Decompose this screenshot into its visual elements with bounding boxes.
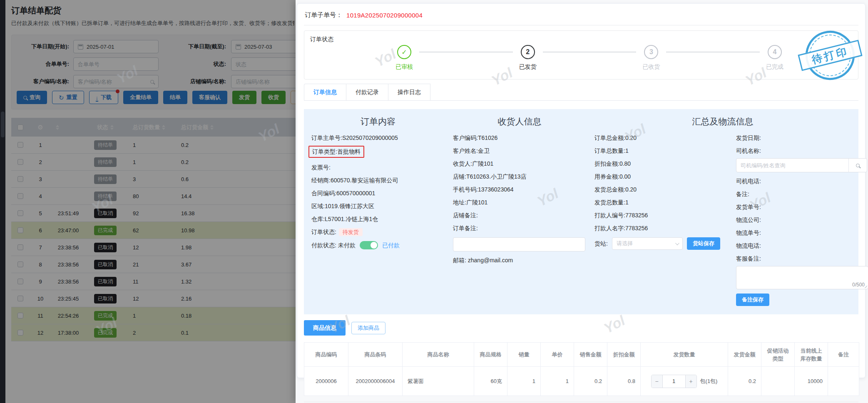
product-col-header: 备注 (828, 343, 859, 367)
order-content-column: 订单内容 订单主单号:S2025070209000005 订单类型:首批物料 发… (311, 116, 445, 306)
step-4: 4已完成 (760, 45, 790, 71)
product-col-header: 促销活动类型 (761, 343, 795, 367)
main-order-no: 订单主单号:S2025070209000005 (311, 134, 445, 142)
step-connector (419, 52, 513, 52)
plus-button[interactable]: + (686, 375, 696, 388)
quantity-value[interactable]: 1 (662, 375, 686, 388)
driver-label: 司机名称: (736, 147, 865, 155)
receiver-title: 收货人信息 (453, 116, 586, 127)
logistics-sub-column: 发货日期: 司机名称: 司机电话:备注:发货单号:物流公司:物流单号:物流电话:… (736, 134, 865, 306)
field-line: 发票号: (311, 164, 445, 172)
field-line: 区域:1019.领锋江苏大区 (311, 202, 445, 210)
field-line: 用券金额:0.00 (594, 173, 724, 181)
step-label: 已发货 (519, 63, 537, 71)
minus-button[interactable]: − (652, 375, 662, 388)
summary-sub-column: 订单总金额:0.20订单总数量:1折扣金额:0.80用券金额:0.00发货总金额… (594, 134, 724, 306)
stamp-text: 待打印 (798, 40, 862, 71)
ship-date-line: 发货日期: (736, 134, 865, 142)
field-line: 客户姓名:金卫 (453, 147, 586, 155)
step-circle: 4 (768, 45, 782, 59)
step-label: 已审核 (395, 63, 413, 71)
unpaid-label: 未付款 (338, 241, 356, 249)
field-line: 订单备注: (453, 224, 586, 232)
modal-backdrop[interactable] (0, 0, 296, 403)
field-line: 折扣金额:0.80 (594, 160, 724, 168)
background-page: 订单结单配货 已付款及未付款（线下转账）已拆单订单，可进行结单生成合单单号，按路… (0, 0, 296, 403)
product-promo (761, 367, 795, 396)
field-line: 店铺备注: (453, 211, 586, 219)
order-status-line: 订单状态: 待发货 (311, 228, 445, 236)
freight-save-button[interactable]: 货站保存 (687, 237, 720, 250)
order-remark-input[interactable] (453, 237, 585, 251)
field-line: 发货总金额:0.20 (594, 186, 724, 194)
cs-remark-label: 客服备注: (736, 255, 865, 263)
product-table-header: 商品编码商品条码商品名称商品规格销量单价销售金额折扣金额发货数量发货金额促销活动… (304, 343, 859, 367)
step-label: 已收货 (642, 63, 660, 71)
field-line: 物流电话: (736, 242, 865, 250)
freight-row: 货站: 请选择 货站保存 (594, 237, 724, 250)
product-ship-amount: 0.2 (728, 367, 761, 396)
product-col-header: 销量 (507, 343, 541, 367)
chevron-down-icon (675, 241, 679, 245)
product-barcode: 2002000006004 (348, 367, 403, 396)
screen: 订单结单配货 已付款及未付款（线下转账）已拆单订单，可进行结单生成合单单号，按路… (0, 0, 868, 403)
field-line: 发货总数量:1 (594, 199, 724, 206)
summary-logistics-column: 汇总及物流信息 订单总金额:0.20订单总数量:1折扣金额:0.80用券金额:0… (594, 116, 851, 306)
product-table: 商品编码商品条码商品名称商品规格销量单价销售金额折扣金额发货数量发货金额促销活动… (304, 342, 859, 396)
product-ship-qty-cell: − 1 + 包(1包) (641, 367, 728, 396)
email-line: 邮箱: zhang@mail.com (453, 256, 586, 264)
order-info-panel: 订单内容 订单主单号:S2025070209000005 订单类型:首批物料 发… (304, 109, 858, 314)
step-label: 已完成 (766, 63, 783, 71)
step-circle: 2 (521, 45, 535, 59)
product-col-header: 商品条码 (348, 343, 403, 367)
receiver-lines: 客户编码:T61026客户姓名:金卫收货人:广陵101店铺:T610263.小卫… (453, 134, 586, 232)
product-col-header: 当前线上库存数量 (795, 343, 828, 367)
freight-placeholder: 请选择 (617, 240, 633, 247)
freight-label: 货站: (594, 240, 608, 248)
field-line: 订单总数量:1 (594, 147, 724, 155)
driver-search-button[interactable] (848, 159, 867, 172)
product-col-header: 发货金额 (728, 343, 761, 367)
order-status-badge: 待发货 (339, 228, 363, 236)
receiver-column: 收货人信息 客户编码:T61026客户姓名:金卫收货人:广陵101店铺:T610… (453, 116, 586, 306)
tab-operation-log[interactable]: 操作日志 (388, 84, 430, 100)
toggle-knob (371, 242, 377, 249)
driver-search-group (736, 158, 867, 172)
product-col-header: 商品编码 (304, 343, 348, 367)
order-detail-drawer: 订单子单号： 1019A2025070209000004 订单状态 ✓已审核2已… (296, 0, 868, 403)
quantity-stepper: − 1 + (651, 375, 697, 388)
char-counter: 0/500 (852, 282, 865, 288)
order-content-lines: 发票号:经销商:600570.黎安运输有限公司合同编码:600570000001… (311, 164, 445, 223)
product-code: 2000006 (304, 367, 348, 396)
tab-order-info[interactable]: 订单信息 (304, 84, 346, 100)
product-sale-amount: 0.2 (574, 367, 607, 396)
field-line: 打款人编号:7783256 (594, 211, 724, 219)
cs-remark-textarea[interactable]: 0/500 (736, 266, 868, 289)
product-spec: 60克 (474, 367, 507, 396)
field-line: 店铺:T610263.小卫广陵13店 (453, 173, 586, 181)
product-info-tab[interactable]: 商品信息 (304, 320, 346, 336)
product-section-bar: 商品信息 添加商品 (304, 320, 858, 336)
order-status-title: 订单状态 (310, 36, 852, 43)
logistics-lines: 司机电话:备注:发货单号:物流公司:物流单号:物流电话: (736, 177, 865, 250)
field-line: 备注: (736, 190, 865, 198)
field-line: 司机电话: (736, 177, 865, 185)
add-product-button[interactable]: 添加商品 (351, 322, 386, 334)
summary-logistics-title: 汇总及物流信息 (594, 116, 851, 127)
tab-payment-records[interactable]: 付款记录 (346, 84, 388, 100)
step-circle: 3 (644, 45, 658, 59)
driver-search-input[interactable] (736, 159, 848, 172)
pending-print-stamp: 待打印 (800, 25, 860, 85)
product-name: 紫薯面 (403, 367, 474, 396)
field-line: 打款人名字:7783256 (594, 224, 724, 232)
remark-save-button[interactable]: 备注保存 (736, 294, 769, 306)
product-col-header: 销售金额 (574, 343, 607, 367)
payment-toggle[interactable] (360, 241, 378, 249)
order-detail-card: 订单子单号： 1019A2025070209000004 订单状态 ✓已审核2已… (297, 3, 866, 378)
sub-order-number: 1019A2025070209000004 (346, 12, 423, 19)
step-circle: ✓ (397, 45, 411, 59)
order-type-highlighted: 订单类型:首批物料 (308, 146, 364, 158)
product-col-header: 商品规格 (474, 343, 507, 367)
drawer-tabs: 订单信息 付款记录 操作日志 (304, 84, 858, 101)
freight-select[interactable]: 请选择 (612, 237, 683, 250)
